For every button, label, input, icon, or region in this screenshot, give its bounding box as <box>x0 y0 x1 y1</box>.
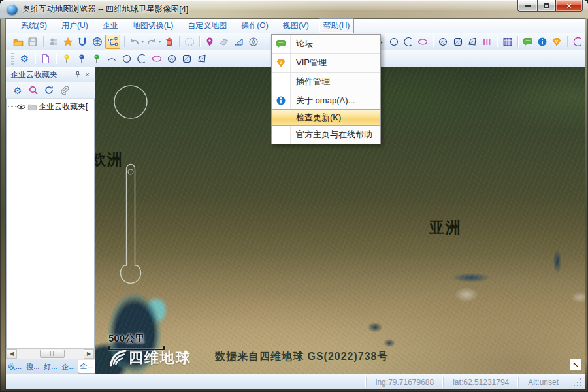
pin-panel-button[interactable] <box>73 70 82 80</box>
window-title: 奥维互动地图浏览器 -- 四维地球卫星影像图[4] <box>22 4 188 15</box>
ruler-area-icon[interactable] <box>233 35 245 48</box>
app-logo-icon <box>7 4 18 15</box>
help-menu-item-1[interactable]: VVIP管理 <box>272 54 380 71</box>
search-icon[interactable] <box>27 84 41 97</box>
resize-grip[interactable] <box>572 376 583 388</box>
paperclip-icon[interactable] <box>58 84 72 97</box>
toolbar-grip-handle[interactable] <box>11 53 14 65</box>
circle-icon[interactable] <box>120 52 133 65</box>
sidebar-hscrollbar[interactable]: ◀ ▶ <box>6 348 95 359</box>
minimize-icon <box>525 5 531 7</box>
sidebar-tab-0[interactable]: 收... <box>7 361 24 374</box>
close-panel-button[interactable]: × <box>82 70 92 80</box>
scroll-thumb[interactable] <box>40 350 65 358</box>
menubar-item-4[interactable]: 自定义地图 <box>183 18 231 33</box>
star-icon[interactable] <box>61 35 74 48</box>
document-icon[interactable] <box>39 52 52 65</box>
status-cell-1: lat:62.51231794 <box>443 377 518 387</box>
dropdown-caret-icon[interactable]: ▾ <box>141 39 144 44</box>
table-icon[interactable] <box>501 35 514 48</box>
ellipse-icon[interactable] <box>417 35 429 48</box>
help-menu-label-2: 插件管理 <box>290 76 330 88</box>
info-icon <box>272 95 290 106</box>
help-menu-item-5[interactable]: 官方主页与在线帮助 <box>272 126 380 143</box>
undo-icon[interactable] <box>128 35 140 48</box>
help-menu-item-0[interactable]: 论坛 <box>272 35 380 52</box>
status-cell-0: lng:79.71679688 <box>366 377 443 387</box>
dropdown-caret-icon[interactable]: ▾ <box>158 39 161 44</box>
c-curve-icon[interactable] <box>571 35 583 48</box>
roundrect-hatch-icon[interactable] <box>451 35 464 48</box>
scroll-right-arrow[interactable]: ▶ <box>84 349 94 359</box>
marquee-icon[interactable] <box>183 35 195 48</box>
info-icon[interactable] <box>536 35 549 48</box>
route-icon[interactable] <box>76 35 89 48</box>
help-menu-item-4[interactable]: 检查更新(K) <box>272 109 380 126</box>
pin-magenta-icon[interactable] <box>204 35 216 48</box>
toolbar-separator <box>517 36 518 47</box>
pin-green-icon[interactable] <box>90 52 103 65</box>
polygon-hatch-icon[interactable] <box>195 52 208 65</box>
favorites-tree[interactable]: 企业云收藏夹[ <box>6 99 95 348</box>
circle-icon[interactable] <box>387 35 400 48</box>
drawn-circle-shape <box>114 86 147 118</box>
chat-icon[interactable] <box>521 35 534 48</box>
redo-icon[interactable] <box>146 35 158 48</box>
vip-icon: V <box>272 57 290 68</box>
tree-item-enterprise-favorites[interactable]: 企业云收藏夹[ <box>7 101 94 112</box>
menu-separator <box>272 72 380 73</box>
menubar-item-0[interactable]: 系统(S) <box>16 18 52 33</box>
restore-view-button[interactable]: ↖ <box>570 359 581 370</box>
folder-icon <box>27 102 37 112</box>
menubar-item-7[interactable]: 帮助(H) <box>319 18 355 33</box>
menubar-item-5[interactable]: 操作(O) <box>237 18 272 33</box>
eraser-icon[interactable] <box>218 35 231 48</box>
maximize-icon <box>544 3 549 8</box>
menubar-item-3[interactable]: 地图切换(L) <box>128 18 178 33</box>
menubar-item-6[interactable]: 视图(V) <box>278 18 314 33</box>
scroll-left-arrow[interactable]: ◀ <box>7 349 17 359</box>
circle-hatch-icon[interactable] <box>437 35 449 48</box>
sidebar-tab-4[interactable]: 企... <box>78 360 96 374</box>
maximize-button[interactable] <box>537 0 555 12</box>
vip-icon[interactable]: V <box>551 35 563 48</box>
compass-icon[interactable] <box>247 35 259 48</box>
crop-selected-icon[interactable] <box>105 35 120 49</box>
gear-icon[interactable]: ⚙ <box>18 52 31 65</box>
menubar-item-2[interactable]: 企业 <box>98 18 123 33</box>
sidebar-tab-3[interactable]: 企... <box>60 361 77 374</box>
data-attribution: 数据来自四维地球 GS(2022)738号 <box>215 350 389 364</box>
arc-icon[interactable] <box>135 52 148 65</box>
map-label-asia: 亚洲 <box>429 218 462 238</box>
sidebar-header: 企业云收藏夹 × <box>6 67 95 82</box>
polygon-hatch-icon[interactable] <box>466 35 478 48</box>
arc-icon[interactable] <box>402 35 414 48</box>
bars-pink-icon[interactable] <box>481 35 493 48</box>
circle-hatch-icon[interactable] <box>165 52 178 65</box>
toolbar-separator <box>497 36 497 47</box>
eye-icon[interactable] <box>16 102 26 112</box>
pin-icon <box>74 71 82 78</box>
pin-blue-icon[interactable] <box>75 52 88 65</box>
scroll-track[interactable] <box>17 349 84 359</box>
menubar-item-1[interactable]: 用户(U) <box>57 18 93 33</box>
refresh-icon[interactable] <box>42 84 56 97</box>
sidebar-tab-2[interactable]: 好... <box>42 361 59 374</box>
toolbar-separator <box>567 36 568 47</box>
help-menu-item-3[interactable]: 关于 omap(A)... <box>272 92 380 109</box>
trash-icon[interactable] <box>163 35 175 48</box>
minimize-button[interactable] <box>517 0 537 12</box>
sidebar-tab-1[interactable]: 搜... <box>24 361 41 374</box>
arc-flat-icon[interactable] <box>105 52 118 65</box>
globe-icon[interactable] <box>91 35 103 48</box>
users-icon[interactable] <box>47 35 59 48</box>
folder-open-icon[interactable] <box>12 35 25 48</box>
ellipse-icon[interactable] <box>150 52 163 65</box>
save-icon[interactable] <box>27 35 39 48</box>
help-menu-item-2[interactable]: 插件管理 <box>272 73 380 90</box>
roundrect-hatch-icon[interactable] <box>180 52 193 65</box>
gear-icon[interactable]: ⚙ <box>11 84 25 97</box>
titlebar[interactable]: 奥维互动地图浏览器 -- 四维地球卫星影像图[4] × <box>0 0 588 19</box>
close-button[interactable]: × <box>555 0 583 12</box>
pin-yellow-icon[interactable] <box>60 52 73 65</box>
